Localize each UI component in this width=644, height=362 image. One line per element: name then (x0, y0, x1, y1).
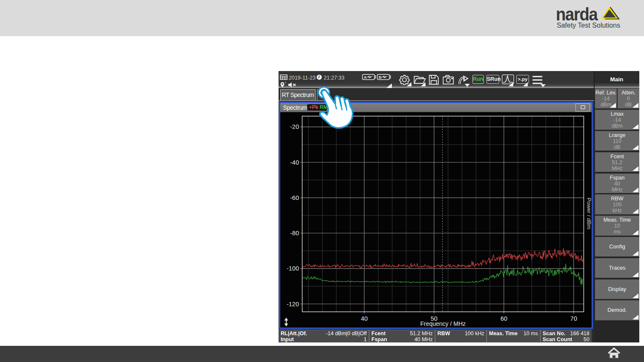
svg-text:B: B (379, 75, 382, 80)
svg-text:A: A (364, 75, 367, 80)
